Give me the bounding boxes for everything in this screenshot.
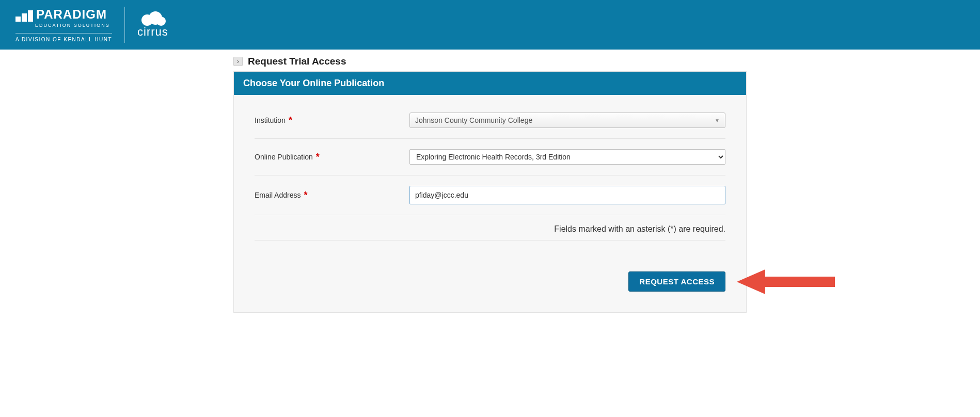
header-bar: PARADIGM EDUCATION SOLUTIONS A DIVISION … [0, 0, 980, 50]
panel-header: Choose Your Online Publication [234, 72, 746, 95]
paradigm-brand-div: A DIVISION OF KENDALL HUNT [15, 33, 112, 42]
cloud-icon [139, 11, 167, 26]
institution-combobox[interactable]: Johnson County Community College ▼ [409, 113, 725, 128]
page-title: Request Trial Access [248, 56, 346, 67]
cirrus-logo: cirrus [137, 11, 168, 39]
paradigm-logo: PARADIGM EDUCATION SOLUTIONS A DIVISION … [15, 7, 112, 42]
paradigm-brand-sub: EDUCATION SOLUTIONS [35, 23, 110, 28]
paradigm-blocks-icon [15, 10, 33, 22]
page-title-row: › Request Trial Access [233, 56, 747, 67]
cirrus-brand-name: cirrus [137, 25, 168, 39]
email-input[interactable] [409, 186, 725, 204]
email-label: Email Address [255, 191, 301, 199]
chevron-down-icon: ▼ [715, 118, 720, 123]
svg-point-2 [156, 17, 166, 26]
chevron-right-icon: › [233, 57, 243, 66]
institution-label: Institution [255, 116, 286, 124]
svg-marker-3 [737, 269, 835, 294]
header-divider [124, 7, 125, 43]
form-panel: Choose Your Online Publication Instituti… [233, 71, 747, 313]
annotation-arrow-icon [737, 267, 835, 296]
institution-value: Johnson County Community College [415, 116, 532, 124]
row-email: Email Address * [255, 175, 725, 215]
request-access-button[interactable]: REQUEST ACCESS [628, 271, 725, 292]
publication-label: Online Publication [255, 153, 313, 161]
row-institution: Institution * Johnson County Community C… [255, 102, 725, 139]
required-hint: Fields marked with an asterisk (*) are r… [255, 215, 725, 240]
row-publication: Online Publication * Exploring Electroni… [255, 139, 725, 175]
publication-select[interactable]: Exploring Electronic Health Records, 3rd… [409, 149, 725, 165]
paradigm-brand-name: PARADIGM [36, 7, 107, 22]
